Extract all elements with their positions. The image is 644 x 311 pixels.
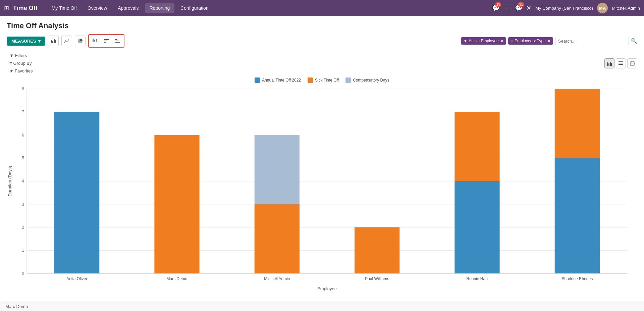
legend-sick-dot [308, 77, 313, 83]
legend-comp-label: Compensatory Days [353, 78, 389, 83]
page-content: Time Off Analysis MEASURES ▾ [0, 16, 644, 311]
active-employee-label: Active Employee [469, 39, 498, 43]
bar-segment[interactable] [454, 112, 499, 181]
bar-segment[interactable] [255, 204, 300, 273]
company-name: My Company (San Francisco) [535, 6, 593, 11]
page-title: Time Off Analysis [7, 21, 637, 30]
svg-text:5: 5 [22, 156, 24, 160]
svg-text:1: 1 [22, 248, 24, 253]
chart-view-btn[interactable] [604, 58, 614, 68]
svg-text:Marc Demo: Marc Demo [166, 276, 187, 281]
status-bar: Marc Demo [0, 302, 644, 311]
second-toolbar: ▼ Filters ≡ Group By ★ Favorites [7, 52, 637, 75]
nav-right: 💬 13 📞 💬 31 ✕ My Company (San Francisco)… [492, 3, 640, 13]
legend-comp-dot [345, 77, 351, 83]
asc-sort-btn[interactable] [112, 36, 123, 46]
nav-overview[interactable]: Overview [83, 3, 112, 13]
svg-rect-15 [115, 42, 120, 43]
calendar-view-btn[interactable] [627, 58, 637, 68]
top-nav: ⊞ Time Off My Time Off Overview Approval… [0, 0, 644, 16]
user-name: Mitchell Admin [612, 6, 640, 11]
grid-icon[interactable]: ⊞ [4, 4, 9, 12]
main-toolbar: MEASURES ▾ [7, 34, 637, 48]
list-view-btn[interactable] [616, 58, 626, 68]
group-by-btn[interactable]: ≡ Group By [7, 59, 35, 67]
messages-icon-btn[interactable]: 💬 31 [515, 4, 522, 12]
legend-annual-dot [255, 77, 260, 83]
svg-rect-5 [93, 41, 94, 42]
svg-rect-18 [610, 62, 611, 66]
svg-text:8: 8 [22, 87, 24, 91]
desc-sort-btn[interactable] [101, 36, 112, 46]
svg-rect-16 [607, 62, 608, 66]
svg-rect-9 [96, 41, 97, 42]
svg-rect-23 [630, 62, 634, 65]
favorites-btn[interactable]: ★ Favorites [7, 67, 35, 75]
active-employee-close[interactable]: × [501, 38, 503, 44]
bar-segment[interactable] [54, 112, 99, 273]
svg-text:2: 2 [22, 225, 24, 230]
nav-my-time-off[interactable]: My Time Off [47, 3, 82, 13]
search-input[interactable] [555, 37, 629, 45]
svg-text:Employee: Employee [317, 286, 337, 291]
status-user: Marc Demo [5, 304, 28, 309]
svg-text:Mitchell Admin: Mitchell Admin [264, 276, 290, 281]
filters-btn[interactable]: ▼ Filters [7, 52, 30, 59]
legend-annual-label: Annual Time Off 2022 [262, 78, 301, 83]
nav-reporting[interactable]: Reporting [145, 3, 175, 13]
employee-type-label: Employee > Type [515, 39, 546, 43]
svg-text:4: 4 [22, 179, 24, 184]
nav-approvals[interactable]: Approvals [113, 3, 143, 13]
stacked-bar-btn[interactable] [90, 36, 100, 46]
svg-text:Anita Oliver: Anita Oliver [66, 276, 87, 281]
chart-area: 012345678 Anita OliverMarc DemoMitchell … [7, 86, 637, 294]
svg-rect-22 [619, 64, 623, 65]
employee-type-close[interactable]: × [548, 38, 550, 44]
svg-rect-0 [51, 40, 52, 43]
filter-icon: ▼ [9, 53, 14, 58]
bar-segment[interactable] [555, 158, 600, 273]
bar-segment[interactable] [154, 135, 199, 274]
bar-segment[interactable] [454, 181, 499, 273]
bar-segment[interactable] [355, 227, 399, 274]
filter-actions: ▼ Filters ≡ Group By ★ Favorites [7, 52, 604, 75]
line-chart-icon-btn[interactable] [61, 36, 72, 46]
svg-rect-14 [115, 41, 119, 41]
svg-rect-6 [94, 40, 95, 41]
bar-chart-icon-btn[interactable] [48, 36, 59, 46]
svg-rect-7 [94, 41, 95, 42]
svg-rect-20 [619, 61, 623, 62]
svg-text:Sharlene Rhodes: Sharlene Rhodes [561, 276, 593, 281]
nav-menu: My Time Off Overview Approvals Reporting… [47, 3, 490, 13]
view-mode-buttons [604, 58, 637, 68]
phone-icon-btn[interactable]: 📞 [503, 4, 511, 12]
avatar[interactable]: MA [597, 3, 608, 13]
nav-configuration[interactable]: Configuration [176, 3, 213, 13]
filter-funnel-icon: ▼ [464, 39, 468, 43]
stack-view-group [88, 34, 124, 48]
svg-rect-13 [115, 39, 117, 40]
svg-text:6: 6 [22, 133, 24, 138]
svg-rect-17 [608, 63, 609, 66]
bar-segment[interactable] [255, 135, 300, 204]
svg-rect-12 [104, 42, 106, 43]
star-icon: ★ [9, 68, 13, 73]
bar-segment[interactable] [555, 89, 600, 158]
employee-type-filter: ≡ Employee > Type × [508, 37, 553, 45]
search-icon[interactable]: 🔍 [631, 38, 637, 44]
measures-dropdown-icon: ▾ [38, 39, 41, 44]
measures-button[interactable]: MEASURES ▾ [7, 37, 45, 46]
close-icon-btn[interactable]: ✕ [526, 4, 531, 12]
pie-chart-icon-btn[interactable] [75, 36, 86, 46]
svg-text:3: 3 [22, 202, 24, 207]
svg-text:0: 0 [22, 271, 24, 276]
svg-rect-19 [611, 63, 612, 66]
svg-text:Duration (Days): Duration (Days) [7, 166, 12, 196]
svg-rect-8 [96, 39, 97, 41]
svg-rect-3 [55, 40, 56, 43]
legend-comp: Compensatory Days [345, 77, 389, 83]
svg-rect-2 [54, 39, 55, 43]
notification-bell[interactable]: 💬 13 [492, 4, 499, 12]
svg-rect-21 [619, 63, 623, 63]
messages-count: 31 [518, 2, 524, 7]
